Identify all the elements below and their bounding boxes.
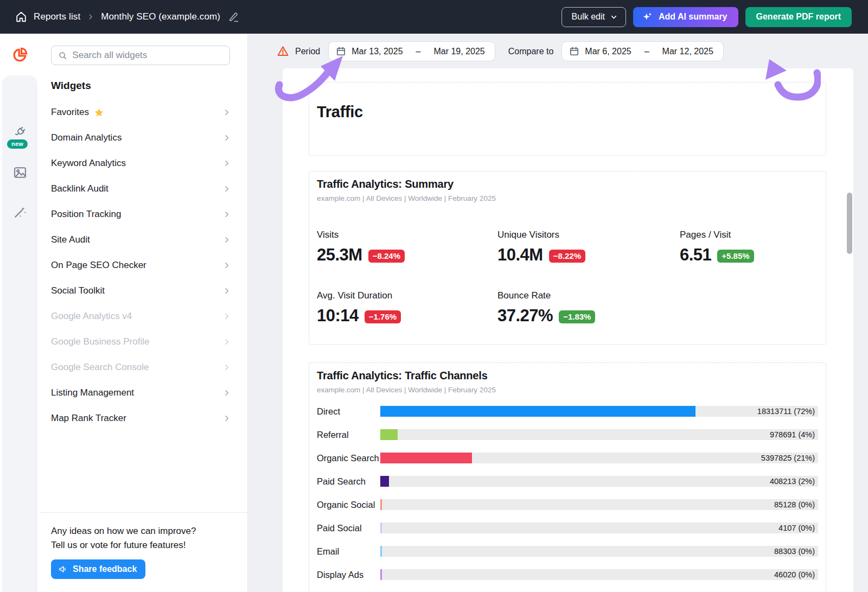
sidebar-item-label: Favorites — [51, 107, 89, 118]
channel-bar-fill — [380, 546, 382, 557]
feedback-line2: Tell us or vote for future features! — [51, 538, 236, 552]
home-icon[interactable] — [15, 11, 27, 23]
add-ai-summary-button[interactable]: Add AI summary — [633, 7, 738, 27]
integrations-plug-icon[interactable] — [12, 124, 28, 139]
sidebar-item-backlink-audit[interactable]: Backlink Audit — [40, 176, 247, 201]
metric-label: Bounce Rate — [497, 290, 680, 301]
compare-end-date: Mar 12, 2025 — [662, 47, 713, 56]
compare-start-date: Mar 6, 2025 — [585, 47, 631, 56]
channel-bar-fill — [380, 499, 382, 510]
widget-traffic-summary[interactable]: Traffic Analytics: Summary example.com |… — [309, 171, 826, 345]
breadcrumb-reports-list[interactable]: Reports list — [34, 11, 80, 22]
metric-delta-badge: −1.83% — [559, 310, 595, 323]
breadcrumb: Reports list Monthly SEO (example.com) — [15, 11, 561, 23]
calendar-icon — [569, 46, 579, 56]
chevron-right-icon — [222, 338, 231, 346]
rail-panel: new — [2, 75, 37, 592]
channel-value: 978691 (4%) — [770, 430, 815, 439]
sidebar-item-google-analytics-v4: Google Analytics v4 — [40, 303, 247, 329]
sidebar-item-favorites[interactable]: Favorites — [40, 99, 247, 125]
summary-subtitle: example.com | All Devices | Worldwide | … — [317, 194, 818, 202]
metric-value: 37.27% — [497, 306, 553, 326]
period-end-date: Mar 19, 2025 — [433, 47, 484, 56]
channel-bar-fill — [380, 476, 389, 487]
chevron-right-icon — [222, 389, 231, 397]
sidebar-item-label: Site Audit — [51, 234, 90, 245]
metric-delta-badge: −1.76% — [365, 310, 401, 323]
report-title: Monthly SEO (example.com) — [101, 11, 220, 22]
summary-metrics: Visits25.3M−8.24%Unique Visitors10.4M−8.… — [317, 230, 818, 326]
sidebar-item-label: Google Search Console — [51, 362, 149, 373]
summary-title: Traffic Analytics: Summary — [317, 178, 818, 190]
chevron-right-icon — [222, 414, 231, 423]
metric-label: Unique Visitors — [497, 230, 680, 240]
chevron-right-icon — [222, 261, 231, 270]
sidebar-item-label: Google Business Profile — [51, 336, 149, 347]
feedback-panel: Any ideas on how we can improve? Tell us… — [40, 512, 247, 592]
channels-subtitle: example.com | All Devices | Worldwide | … — [317, 386, 818, 394]
widget-list: FavoritesDomain AnalyticsKeyword Analyti… — [40, 99, 247, 431]
channel-label: Paid Social — [317, 523, 380, 533]
bulk-edit-button[interactable]: Bulk edit — [561, 7, 626, 27]
warning-icon — [277, 45, 289, 58]
widget-section-title[interactable]: Traffic — [309, 82, 826, 156]
compare-dash: – — [644, 47, 649, 56]
channel-label: Direct — [317, 406, 380, 417]
metric-unique-visitors: Unique Visitors10.4M−8.22% — [497, 230, 680, 265]
sidebar-item-position-tracking[interactable]: Position Tracking — [40, 201, 247, 227]
sidebar-item-label: Keyword Analytics — [51, 158, 126, 169]
metric-bounce-rate: Bounce Rate37.27%−1.83% — [497, 290, 680, 326]
magic-wand-icon[interactable] — [12, 205, 28, 220]
compare-date-picker[interactable]: Mar 6, 2025 – Mar 12, 2025 — [561, 41, 724, 61]
sidebar-item-label: Domain Analytics — [51, 132, 122, 143]
channel-bar-fill — [380, 453, 472, 463]
sidebar-item-map-rank-tracker[interactable]: Map Rank Tracker — [40, 405, 247, 431]
metric-value: 10.4M — [497, 245, 543, 265]
sidebar-item-label: Google Analytics v4 — [51, 311, 132, 322]
sidebar-item-site-audit[interactable]: Site Audit — [40, 227, 247, 252]
page-scrollbar[interactable] — [847, 193, 852, 254]
sidebar-item-listing-management[interactable]: Listing Management — [40, 380, 247, 405]
generate-pdf-label: Generate PDF report — [756, 12, 841, 22]
widgets-library-icon[interactable] — [12, 47, 29, 64]
chevron-right-icon — [222, 184, 231, 193]
channel-bar-track: 978691 (4%) — [380, 429, 818, 440]
top-bar: Reports list Monthly SEO (example.com) B… — [0, 0, 868, 34]
widget-traffic-channels[interactable]: Traffic Analytics: Traffic Channels exam… — [309, 362, 826, 592]
images-icon[interactable] — [12, 165, 28, 180]
sidebar-item-on-page-seo-checker[interactable]: On Page SEO Checker — [40, 252, 247, 278]
breadcrumb-chevron-icon — [87, 13, 94, 21]
search-input[interactable] — [72, 50, 223, 61]
edit-title-icon[interactable] — [228, 11, 239, 23]
sidebar-item-label: Listing Management — [51, 387, 134, 398]
channel-label: Organic Social — [317, 500, 380, 510]
period-date-picker[interactable]: Mar 13, 2025 – Mar 19, 2025 — [328, 41, 495, 61]
channel-bar-track: 18313711 (72%) — [380, 406, 818, 417]
widgets-sidebar: Widgets FavoritesDomain AnalyticsKeyword… — [40, 34, 248, 592]
metric-pages-visit: Pages / Visit6.51+5.85% — [680, 230, 818, 265]
generate-pdf-button[interactable]: Generate PDF report — [745, 7, 852, 27]
bulk-edit-label: Bulk edit — [572, 12, 605, 22]
channel-bar-track: 85128 (0%) — [380, 499, 818, 510]
widgets-heading: Widgets — [51, 80, 91, 92]
sidebar-item-label: Backlink Audit — [51, 183, 108, 194]
sidebar-item-google-business-profile: Google Business Profile — [40, 329, 247, 354]
compare-to-label: Compare to — [508, 47, 554, 56]
new-badge: new — [7, 139, 28, 149]
top-bar-actions: Bulk edit Add AI summary Generate PDF re… — [561, 7, 852, 27]
channel-row-email: Email88303 (0%) — [317, 546, 818, 557]
channel-value: 408213 (2%) — [770, 477, 815, 486]
channel-row-display-ads: Display Ads46020 (0%) — [317, 569, 818, 580]
chevron-right-icon — [222, 287, 231, 295]
sidebar-item-keyword-analytics[interactable]: Keyword Analytics — [40, 150, 247, 176]
sidebar-item-domain-analytics[interactable]: Domain Analytics — [40, 125, 247, 150]
channel-row-referral: Referral978691 (4%) — [317, 429, 818, 440]
metric-avg-visit-duration: Avg. Visit Duration10:14−1.76% — [317, 290, 497, 326]
sidebar-item-label: On Page SEO Checker — [51, 260, 146, 271]
chevron-right-icon — [222, 210, 231, 219]
share-feedback-button[interactable]: Share feedback — [51, 559, 145, 579]
sidebar-item-social-toolkit[interactable]: Social Toolkit — [40, 278, 247, 303]
metric-value: 25.3M — [317, 245, 362, 265]
channel-bar-track: 4107 (0%) — [380, 523, 818, 533]
search-icon — [58, 50, 67, 61]
